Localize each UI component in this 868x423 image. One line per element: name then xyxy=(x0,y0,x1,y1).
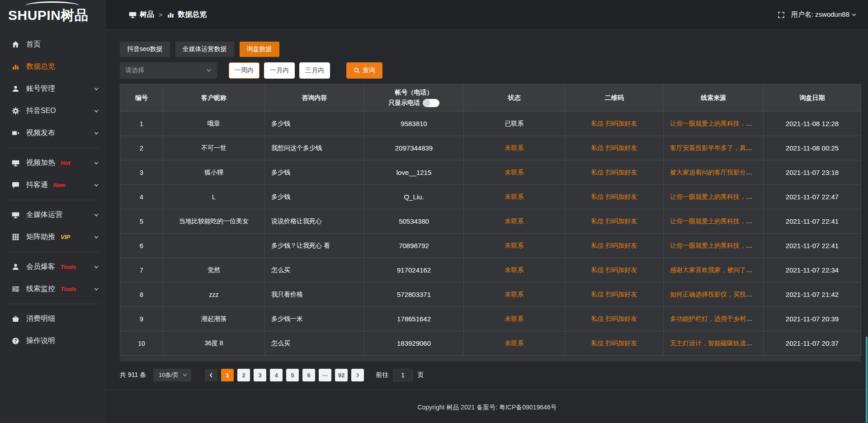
chevron-down-icon xyxy=(94,235,99,240)
breadcrumb: 树品 > 数据总览 xyxy=(129,10,207,19)
cell-status: 未联系 xyxy=(464,209,565,234)
monitor-icon xyxy=(129,11,137,19)
col-source: 线索来源 xyxy=(664,85,764,112)
cell-nickname: 狐小狸 xyxy=(163,160,265,185)
page-buttons: 123456···92 xyxy=(221,369,348,381)
chart-icon xyxy=(167,11,175,19)
page-button-92[interactable]: 92 xyxy=(335,369,348,381)
qrcode-link[interactable]: 私信 扫码加好友 xyxy=(591,242,637,249)
page-button-5[interactable]: 5 xyxy=(286,369,299,381)
source-link[interactable]: 让你一眼就爱上的黑科技，能... xyxy=(670,193,758,200)
user-area: 用户名: zswodun88 xyxy=(778,10,857,19)
source-link[interactable]: 无主灯设计，智能磁吸轨道灯... xyxy=(670,339,758,347)
page-ellipsis[interactable]: ··· xyxy=(319,369,331,381)
cell-qrcode: 私信 扫码加好友 xyxy=(565,185,664,209)
qrcode-link[interactable]: 私信 扫码加好友 xyxy=(591,144,637,151)
badge-new: New xyxy=(53,182,66,188)
sidebar-item-label: 消费明细 xyxy=(26,314,55,324)
prev-page-button[interactable] xyxy=(205,369,217,381)
monitor-icon xyxy=(12,159,20,167)
page-button-3[interactable]: 3 xyxy=(254,369,266,381)
chevron-down-icon xyxy=(94,86,99,92)
source-link[interactable]: 被大家追着问的客厅投影分享... xyxy=(670,169,758,176)
sidebar-item-video-heating[interactable]: 视频加热Hot xyxy=(0,152,106,174)
cell-account: 9583810 xyxy=(364,112,464,136)
qrcode-link[interactable]: 私信 扫码加好友 xyxy=(591,217,637,225)
user-menu[interactable]: 用户名: zswodun88 xyxy=(791,10,857,19)
source-link[interactable]: 让你一眼就爱上的黑科技，能... xyxy=(670,120,758,127)
sidebar-item-label: 会员爆客 xyxy=(26,262,55,272)
sidebar-item-data-overview[interactable]: 数据总览 xyxy=(0,56,106,78)
sidebar-item-account-management[interactable]: 账号管理 xyxy=(0,78,106,100)
sidebar-item-home[interactable]: 首页 xyxy=(0,33,106,56)
sidebar-item-doukertong[interactable]: 抖客通New xyxy=(0,174,106,196)
source-link[interactable]: 如何正确选择投影仪，买投影... xyxy=(670,291,758,298)
qrcode-link[interactable]: 私信 扫码加好友 xyxy=(591,120,637,127)
cell-content: 怎么买 xyxy=(265,258,364,282)
sidebar-item-label: 首页 xyxy=(26,40,41,49)
sidebar-item-douyin-seo[interactable]: 抖音SEO xyxy=(0,100,106,122)
page-size-select[interactable]: 10条/页 xyxy=(153,369,191,381)
breadcrumb-item-data-overview[interactable]: 数据总览 xyxy=(167,10,207,19)
sliders-icon xyxy=(12,285,20,293)
filter-select-placeholder: 请选择 xyxy=(125,66,144,75)
fullscreen-icon xyxy=(778,11,785,19)
period-button-three-months[interactable]: 三月内 xyxy=(299,62,330,79)
sidebar-item-consumption-detail[interactable]: 消费明细 xyxy=(0,308,106,330)
source-link[interactable]: 让你一眼就爱上的黑科技，能... xyxy=(670,242,758,249)
goto-suffix: 页 xyxy=(417,371,424,379)
user-icon xyxy=(12,263,20,271)
qrcode-link[interactable]: 私信 扫码加好友 xyxy=(591,339,637,347)
breadcrumb-item-shupin[interactable]: 树品 xyxy=(129,10,154,19)
page-button-1[interactable]: 1 xyxy=(221,369,234,381)
query-button-label: 查询 xyxy=(363,66,375,75)
cell-qrcode: 私信 扫码加好友 xyxy=(565,307,664,331)
cell-content: 多少钱？让我死心 看 xyxy=(265,234,364,258)
fullscreen-button[interactable] xyxy=(778,11,785,19)
search-icon xyxy=(354,67,360,74)
page-button-4[interactable]: 4 xyxy=(270,369,283,381)
period-button-one-week[interactable]: 一周内 xyxy=(229,62,259,79)
goto-page-input[interactable] xyxy=(393,369,413,381)
cell-qrcode: 私信 扫码加好友 xyxy=(565,258,664,282)
source-link[interactable]: 多功能护栏灯，适用于乡村文... xyxy=(670,315,758,322)
goto-label: 前往 xyxy=(376,371,388,379)
sidebar-item-omni-media[interactable]: 全媒体运营 xyxy=(0,204,106,226)
grid-icon xyxy=(12,233,20,241)
tab-inquiry-data[interactable]: 询盘数据 xyxy=(240,42,279,57)
sidebar-item-label: 数据总览 xyxy=(26,62,55,71)
next-page-button[interactable] xyxy=(351,369,364,381)
cell-nickname: 哦章 xyxy=(163,112,265,136)
source-link[interactable]: 客厅安装投影半年多了，真实... xyxy=(670,144,758,151)
qrcode-link[interactable]: 私信 扫码加好友 xyxy=(591,291,637,298)
query-button[interactable]: 查询 xyxy=(346,62,382,79)
cell-qrcode: 私信 扫码加好友 xyxy=(565,234,664,258)
phone-only-toggle[interactable] xyxy=(423,99,439,107)
filter-select[interactable]: 请选择 xyxy=(120,62,217,79)
sidebar-item-label: 视频加热 xyxy=(26,158,55,168)
sidebar-item-video-publish[interactable]: 视频发布 xyxy=(0,122,106,144)
qrcode-link[interactable]: 私信 扫码加好友 xyxy=(591,315,637,322)
table-row: 4L多少钱Q_Liu.未联系私信 扫码加好友让你一眼就爱上的黑科技，能...20… xyxy=(120,185,861,209)
cell-date: 2021-11-07 20:37 xyxy=(764,331,861,356)
tab-douyin-seo-data[interactable]: 抖音seo数据 xyxy=(120,42,170,57)
qrcode-link[interactable]: 私信 扫码加好友 xyxy=(591,169,637,176)
badge-hot: Hot xyxy=(61,160,71,166)
sidebar-item-operation-guide[interactable]: ?操作说明 xyxy=(0,330,106,352)
tab-omni-media-data[interactable]: 全媒体运营数据 xyxy=(175,42,234,57)
source-link[interactable]: 让你一眼就爱上的黑科技，能... xyxy=(670,217,758,225)
cell-content: 多少钱 xyxy=(265,112,364,136)
cell-source: 多功能护栏灯，适用于乡村文... xyxy=(664,307,764,331)
cell-content: 我只看价格 xyxy=(265,282,364,307)
cell-nickname xyxy=(163,234,265,258)
sidebar-item-member-baoke[interactable]: 会员爆客Tools xyxy=(0,256,106,278)
page-button-2[interactable]: 2 xyxy=(237,369,250,381)
sidebar-item-lead-monitor[interactable]: 线索监控Tools xyxy=(0,278,106,300)
qrcode-link[interactable]: 私信 扫码加好友 xyxy=(591,193,637,200)
scrollbar-thumb[interactable] xyxy=(866,337,868,423)
qrcode-link[interactable]: 私信 扫码加好友 xyxy=(591,266,637,273)
period-button-one-month[interactable]: 一月内 xyxy=(264,62,295,79)
page-button-6[interactable]: 6 xyxy=(302,369,315,381)
sidebar-item-matrix-boost[interactable]: 矩阵助推VIP xyxy=(0,226,106,248)
source-link[interactable]: 感谢大家喜欢我家，被问了好... xyxy=(670,266,758,273)
